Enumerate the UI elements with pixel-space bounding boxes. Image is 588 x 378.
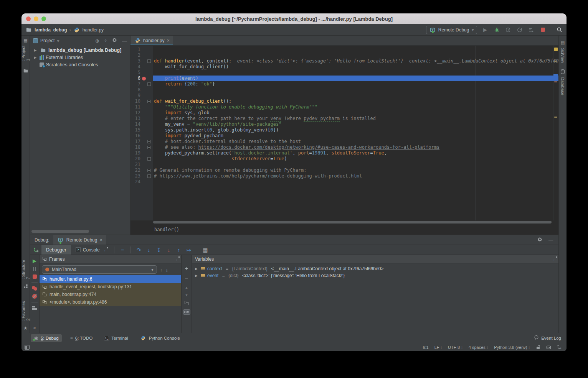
fold-marker-icon[interactable]: −: [147, 157, 151, 161]
collapse-all-button[interactable]: ÷: [104, 38, 107, 44]
more-options-button[interactable]: »: [33, 325, 36, 330]
expand-arrow-icon[interactable]: ▶: [195, 274, 199, 278]
run-configuration-selector[interactable]: Remote Debug ▾: [426, 26, 477, 34]
frame-row[interactable]: <module>, bootstrap.py:486: [40, 298, 181, 306]
breakpoint-slot[interactable]: [140, 156, 147, 162]
frame-row[interactable]: handle_event_request, bootstrap.py:131: [40, 283, 181, 291]
frame-row[interactable]: main, bootstrap.py:474: [40, 291, 181, 298]
breakpoint-slot[interactable]: [140, 116, 147, 122]
event-log-button[interactable]: Event Log: [534, 335, 561, 341]
indent-selector[interactable]: 4 spaces↕: [469, 345, 489, 350]
fold-slot[interactable]: [147, 150, 152, 156]
gutter-cell[interactable]: 18−: [130, 145, 153, 150]
variable-row[interactable]: ▶event = {dict} <class 'dict'>: {'messag…: [192, 272, 558, 279]
gutter-cell[interactable]: 23−: [130, 173, 153, 179]
editor-tab-handler[interactable]: handler.py ×: [130, 36, 173, 45]
pause-button[interactable]: [33, 267, 36, 271]
run-anything-button[interactable]: [528, 26, 535, 33]
gutter-cell[interactable]: 9: [130, 93, 153, 99]
fold-slot[interactable]: [147, 76, 152, 81]
breadcrumb-file[interactable]: handler.py: [83, 27, 104, 33]
thread-selector[interactable]: MainThread ▾: [42, 265, 157, 274]
fold-slot[interactable]: [147, 127, 152, 133]
gutter-cell[interactable]: 16: [130, 133, 153, 139]
resume-button[interactable]: ▶: [33, 258, 36, 264]
caret-position[interactable]: 6:1: [423, 345, 428, 350]
debug-session-tab[interactable]: Remote Debug ×: [53, 235, 106, 245]
gutter-cell[interactable]: 5: [130, 70, 153, 76]
minimize-window-button[interactable]: [34, 16, 38, 21]
notifications-icon[interactable]: ?: [557, 345, 562, 350]
evaluate-expression-button[interactable]: ▦: [200, 247, 210, 253]
gutter-cell[interactable]: 24: [130, 179, 153, 185]
fold-slot[interactable]: [147, 162, 152, 168]
fold-marker-icon[interactable]: −: [147, 59, 151, 63]
close-window-button[interactable]: [26, 16, 31, 21]
gutter-cell[interactable]: 11: [130, 104, 153, 110]
project-horizontal-scrollbar[interactable]: [31, 230, 89, 233]
variable-row[interactable]: ▶context = {LambdaContext} <__main__.Lam…: [192, 265, 558, 272]
gutter-cell[interactable]: 8: [130, 87, 153, 93]
fold-slot[interactable]: −: [147, 156, 152, 162]
debug-settings-gear-icon[interactable]: [537, 237, 542, 243]
breakpoint-slot[interactable]: [140, 64, 147, 70]
fold-slot[interactable]: [147, 53, 152, 58]
interpreter-selector[interactable]: Python 3.8 (venv)↕: [494, 345, 530, 350]
gutter-cell[interactable]: 12: [130, 110, 153, 116]
breakpoint-slot[interactable]: [140, 104, 147, 110]
breakpoint-slot[interactable]: [140, 87, 147, 93]
editor-horizontal-scrollbar[interactable]: [130, 220, 558, 224]
fold-marker-icon[interactable]: −: [147, 82, 151, 86]
toolwindow-todo[interactable]: ≡6: TODO: [67, 334, 96, 342]
breakpoint-slot[interactable]: [140, 150, 147, 156]
line-separator-selector[interactable]: LF↕: [434, 345, 442, 350]
run-button[interactable]: ▶: [482, 26, 489, 33]
fold-slot[interactable]: [147, 104, 152, 110]
fold-slot[interactable]: [147, 179, 152, 185]
debug-button[interactable]: [493, 26, 500, 33]
step-into-my-code-button[interactable]: ↧: [154, 247, 164, 253]
frame-row[interactable]: handler, handler.py:6: [40, 275, 181, 283]
fold-slot[interactable]: [147, 87, 152, 93]
hide-debug-panel-button[interactable]: —: [548, 237, 553, 243]
chevron-down-icon[interactable]: ▾: [57, 38, 59, 44]
breakpoint-slot[interactable]: [140, 70, 147, 76]
fold-slot[interactable]: −: [147, 99, 152, 104]
breakpoint-slot[interactable]: [140, 53, 147, 58]
tree-item-scratches[interactable]: Scratches and Consoles: [30, 61, 130, 68]
remove-watch-button[interactable]: −: [185, 275, 188, 282]
tree-item-libraries[interactable]: ▶External Libraries: [30, 54, 130, 61]
fold-slot[interactable]: [147, 133, 152, 139]
breakpoint-slot[interactable]: [140, 168, 147, 173]
show-execution-point-button[interactable]: ≡: [117, 247, 127, 253]
breakpoint-icon[interactable]: [142, 77, 146, 81]
gutter-cell[interactable]: 6: [130, 76, 153, 81]
breakpoint-slot[interactable]: [140, 76, 147, 81]
gutter-cell[interactable]: 15: [130, 127, 153, 133]
fold-slot[interactable]: −: [147, 139, 152, 145]
previous-frame-button[interactable]: ↑: [160, 267, 163, 273]
locate-file-button[interactable]: ⊕: [95, 38, 99, 44]
gutter-cell[interactable]: 14: [130, 122, 153, 127]
gutter-cell[interactable]: 3−: [130, 58, 153, 64]
close-tab-icon[interactable]: ×: [167, 38, 170, 43]
fold-slot[interactable]: −: [147, 145, 152, 150]
gutter-cell[interactable]: 19: [130, 150, 153, 156]
add-watch-button[interactable]: +: [185, 265, 188, 271]
gutter-cell[interactable]: 7−: [130, 81, 153, 87]
stop-button[interactable]: [539, 26, 546, 33]
step-over-button[interactable]: ↷: [134, 247, 144, 253]
fold-slot[interactable]: [147, 70, 152, 76]
gutter-cell[interactable]: 21: [130, 162, 153, 168]
move-watch-up-button[interactable]: ▲: [185, 286, 188, 289]
fold-slot[interactable]: −: [147, 58, 152, 64]
breakpoint-slot[interactable]: [140, 58, 147, 64]
project-view-title[interactable]: Project: [40, 38, 55, 43]
gutter-cell[interactable]: 22−: [130, 168, 153, 173]
expand-arrow-icon[interactable]: ▶: [33, 48, 38, 52]
breakpoint-slot[interactable]: [140, 122, 147, 127]
toolwindow-terminal[interactable]: >_Terminal: [101, 334, 131, 342]
gutter-cell[interactable]: 2: [130, 53, 153, 58]
tool-stripe-project[interactable]: : Project1: [21, 46, 30, 61]
fold-slot[interactable]: −: [147, 173, 152, 179]
